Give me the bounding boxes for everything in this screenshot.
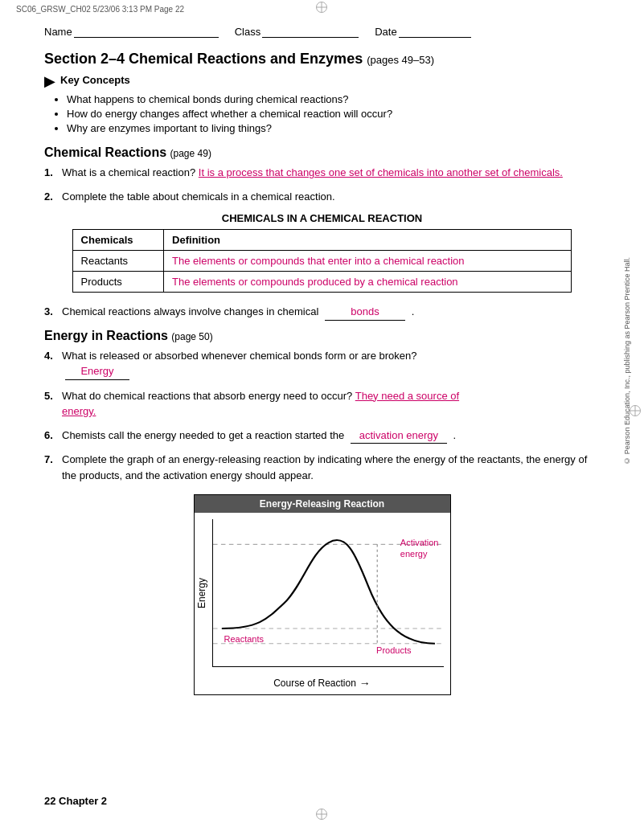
q4-text: What is released or absorbed whenever ch… xyxy=(62,348,600,380)
q6-blank: activation energy xyxy=(351,428,447,444)
graph-inner: Energy xyxy=(195,513,450,674)
q5-answer-line1: They need a source of xyxy=(355,390,459,402)
key-concepts-label: Key Concepts xyxy=(60,74,130,86)
q1-text: What is a chemical reaction? It is a pro… xyxy=(62,165,600,181)
question-4: 4. What is released or absorbed whenever… xyxy=(44,348,600,380)
row-products-chemical: Products xyxy=(72,272,164,293)
q6-text: Chemists call the energy needed to get a… xyxy=(62,428,600,444)
key-concepts-row: ▶ Key Concepts xyxy=(44,74,600,90)
x-axis-label: Course of Reaction xyxy=(273,678,356,689)
key-icon: ▶ xyxy=(44,72,55,90)
sidebar-copyright: © Pearson Education, Inc., publishing as… xyxy=(622,257,633,465)
section-heading: Section 2–4 Chemical Reactions and Enzym… xyxy=(44,51,600,68)
q7-text: Complete the graph of an energy-releasin… xyxy=(62,452,600,483)
bullet-3: Why are enzymes important to living thin… xyxy=(67,122,600,134)
graph-area: Reactants Products Activation energy xyxy=(212,519,444,667)
question-1: 1. What is a chemical reaction? It is a … xyxy=(44,165,600,181)
table-title: CHEMICALS IN A CHEMICAL REACTION xyxy=(72,212,572,224)
arrow-right-icon: → xyxy=(359,677,371,690)
graph-box: Energy-Releasing Reaction Energy xyxy=(194,494,451,695)
question-5: 5. What do chemical reactions that absor… xyxy=(44,388,600,420)
y-axis-label: Energy xyxy=(195,513,212,674)
q6-number: 6. xyxy=(44,428,59,444)
class-blank xyxy=(262,25,359,38)
section-title: Section 2–4 Chemical Reactions and Enzym… xyxy=(44,51,363,67)
col-definition: Definition xyxy=(164,230,572,251)
q5-text: What do chemical reactions that absorb e… xyxy=(62,388,600,420)
class-label: Class xyxy=(235,26,261,38)
q1-number: 1. xyxy=(44,165,59,181)
q5-number: 5. xyxy=(44,388,59,420)
bullet-2: How do energy changes affect whether a c… xyxy=(67,108,600,120)
col-chemicals: Chemicals xyxy=(72,230,164,251)
section-pages: (pages 49–53) xyxy=(367,54,434,66)
reg-mark-bottom xyxy=(316,809,329,821)
reg-mark-top xyxy=(316,2,329,14)
graph-container: Energy-Releasing Reaction Energy xyxy=(194,494,451,695)
energy-reactions-title: Energy in Reactions xyxy=(44,329,168,342)
q7-number: 7. xyxy=(44,452,59,483)
energy-reactions-heading: Energy in Reactions (page 50) xyxy=(44,329,600,343)
chemical-reactions-heading: Chemical Reactions (page 49) xyxy=(44,145,600,160)
chemical-reactions-page-ref: (page 49) xyxy=(170,148,211,159)
question-6: 6. Chemists call the energy needed to ge… xyxy=(44,428,600,444)
main-content: Name Class Date Section 2–4 Chemical Rea… xyxy=(0,17,644,731)
chemicals-table-wrapper: CHEMICALS IN A CHEMICAL REACTION Chemica… xyxy=(72,212,572,293)
name-label: Name xyxy=(44,26,72,38)
key-concepts-list: What happens to chemical bonds during ch… xyxy=(67,93,600,134)
table-row: Reactants The elements or compounds that… xyxy=(72,251,572,272)
bullet-1: What happens to chemical bonds during ch… xyxy=(67,93,600,105)
q4-answer: Energy xyxy=(65,363,129,380)
q3-number: 3. xyxy=(44,304,59,321)
q1-answer: It is a process that changes one set of … xyxy=(199,166,563,178)
q2-number: 2. xyxy=(44,189,59,205)
row-products-definition: The elements or compounds produced by a … xyxy=(164,272,572,293)
date-label: Date xyxy=(375,26,396,38)
question-2: 2. Complete the table about chemicals in… xyxy=(44,189,600,205)
page-wrapper: SC06_GRSW_CH02 5/23/06 3:13 PM Page 22 N… xyxy=(0,0,644,823)
date-blank xyxy=(399,25,471,38)
q4-number: 4. xyxy=(44,348,59,380)
q5-answer-line2: energy. xyxy=(62,405,96,417)
graph-label-reactants: Reactants xyxy=(224,634,265,644)
graph-footer: Course of Reaction → xyxy=(195,674,450,694)
question-3: 3. Chemical reactions always involve cha… xyxy=(44,304,600,321)
q3-blank: bonds xyxy=(325,304,405,321)
graph-title: Energy-Releasing Reaction xyxy=(195,495,450,513)
page-footer: 22 Chapter 2 xyxy=(44,795,107,807)
row-reactants-chemical: Reactants xyxy=(72,251,164,272)
name-class-date-line: Name Class Date xyxy=(44,25,600,38)
reg-mark-right xyxy=(630,405,642,418)
graph-label-activation: Activation energy xyxy=(400,537,439,560)
energy-reactions-page-ref: (page 50) xyxy=(171,331,212,342)
name-blank xyxy=(74,25,219,38)
table-row: Products The elements or compounds produ… xyxy=(72,272,572,293)
graph-label-products: Products xyxy=(376,645,411,655)
chemicals-table: Chemicals Definition Reactants The eleme… xyxy=(72,229,572,293)
table-header-row: Chemicals Definition xyxy=(72,230,572,251)
chemical-reactions-title: Chemical Reactions xyxy=(44,145,166,159)
q2-text: Complete the table about chemicals in a … xyxy=(62,189,600,205)
q3-text: Chemical reactions always involve change… xyxy=(62,304,600,321)
row-reactants-definition: The elements or compounds that enter int… xyxy=(164,251,572,272)
question-7: 7. Complete the graph of an energy-relea… xyxy=(44,452,600,483)
file-info: SC06_GRSW_CH02 5/23/06 3:13 PM Page 22 xyxy=(16,5,184,14)
